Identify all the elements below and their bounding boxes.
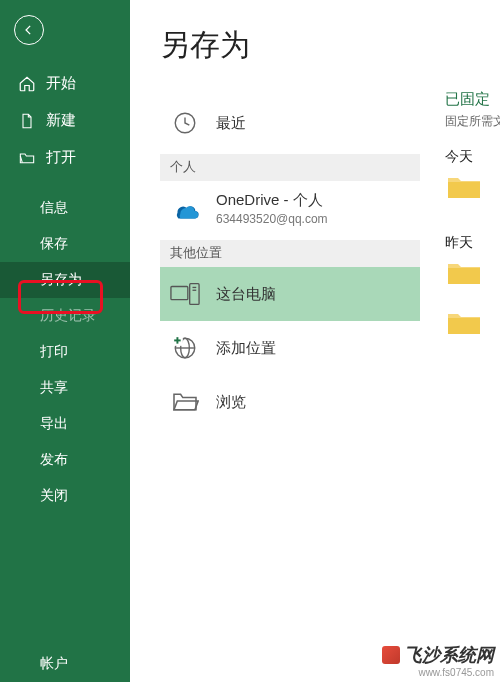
nav-label: 开始 bbox=[46, 74, 76, 93]
right-column: 已固定 固定所需文 今天 昨天 bbox=[445, 90, 500, 370]
location-label: 最近 bbox=[216, 114, 246, 133]
nav-label: 新建 bbox=[46, 111, 76, 130]
nav-new[interactable]: 新建 bbox=[0, 102, 130, 139]
location-label: OneDrive - 个人 bbox=[216, 191, 328, 210]
nav-label: 帐户 bbox=[40, 655, 68, 673]
nav-share[interactable]: 共享 bbox=[0, 370, 130, 406]
nav-open[interactable]: 打开 bbox=[0, 139, 130, 176]
nav-label: 信息 bbox=[40, 199, 68, 217]
folder-icon[interactable] bbox=[447, 174, 481, 200]
home-icon bbox=[18, 75, 36, 93]
section-today: 今天 bbox=[445, 148, 500, 166]
nav-label: 关闭 bbox=[40, 487, 68, 505]
backstage-sidebar: 开始 新建 打开 信息 保存 另存为 历史记录 打印 共享 导出 发布 关闭 帐… bbox=[0, 0, 130, 682]
locations-list: 最近 个人 OneDrive - 个人 634493520@qq.com 其他位… bbox=[160, 96, 420, 429]
nav-label: 保存 bbox=[40, 235, 68, 253]
nav-label: 历史记录 bbox=[40, 307, 96, 325]
nav-account[interactable]: 帐户 bbox=[0, 646, 130, 682]
location-label: 浏览 bbox=[216, 393, 246, 412]
location-add[interactable]: 添加位置 bbox=[160, 321, 420, 375]
section-yesterday: 昨天 bbox=[445, 234, 500, 252]
svg-rect-1 bbox=[171, 287, 188, 300]
folder-icon[interactable] bbox=[447, 260, 481, 286]
nav-save-as[interactable]: 另存为 bbox=[0, 262, 130, 298]
back-arrow-icon bbox=[22, 23, 36, 37]
nav-info[interactable]: 信息 bbox=[0, 190, 130, 226]
locations-header-other: 其他位置 bbox=[160, 240, 420, 267]
onedrive-icon bbox=[168, 192, 202, 226]
add-location-icon bbox=[168, 331, 202, 365]
pinned-label: 已固定 bbox=[445, 90, 500, 109]
nav-print[interactable]: 打印 bbox=[0, 334, 130, 370]
back-button[interactable] bbox=[14, 15, 44, 45]
nav-primary: 开始 新建 打开 bbox=[0, 65, 130, 176]
nav-close[interactable]: 关闭 bbox=[0, 478, 130, 514]
nav-home[interactable]: 开始 bbox=[0, 65, 130, 102]
location-label: 这台电脑 bbox=[216, 285, 276, 304]
nav-save[interactable]: 保存 bbox=[0, 226, 130, 262]
location-recent[interactable]: 最近 bbox=[160, 96, 420, 150]
nav-secondary: 信息 保存 另存为 历史记录 打印 共享 导出 发布 关闭 bbox=[0, 190, 130, 514]
nav-label: 另存为 bbox=[40, 271, 82, 289]
location-thispc[interactable]: 这台电脑 bbox=[160, 267, 420, 321]
locations-header-personal: 个人 bbox=[160, 154, 420, 181]
location-onedrive[interactable]: OneDrive - 个人 634493520@qq.com bbox=[160, 181, 420, 236]
pinned-sublabel: 固定所需文 bbox=[445, 113, 500, 130]
nav-export[interactable]: 导出 bbox=[0, 406, 130, 442]
file-icon bbox=[18, 112, 36, 130]
nav-bottom: 帐户 bbox=[0, 646, 130, 682]
location-sublabel: 634493520@qq.com bbox=[216, 212, 328, 226]
pc-icon bbox=[168, 277, 202, 311]
nav-publish[interactable]: 发布 bbox=[0, 442, 130, 478]
location-browse[interactable]: 浏览 bbox=[160, 375, 420, 429]
folder-icon[interactable] bbox=[447, 310, 481, 336]
nav-label: 打开 bbox=[46, 148, 76, 167]
nav-history[interactable]: 历史记录 bbox=[0, 298, 130, 334]
clock-icon bbox=[168, 106, 202, 140]
page-title: 另存为 bbox=[160, 25, 500, 66]
nav-label: 发布 bbox=[40, 451, 68, 469]
nav-label: 导出 bbox=[40, 415, 68, 433]
nav-label: 打印 bbox=[40, 343, 68, 361]
browse-folder-icon bbox=[168, 385, 202, 419]
folder-open-icon bbox=[18, 149, 36, 167]
nav-label: 共享 bbox=[40, 379, 68, 397]
location-label: 添加位置 bbox=[216, 339, 276, 358]
